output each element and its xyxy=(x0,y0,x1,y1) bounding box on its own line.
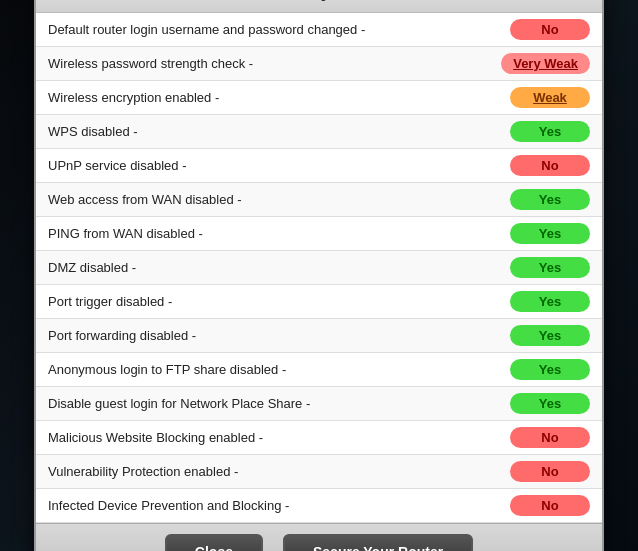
row-label: Default router login username and passwo… xyxy=(48,22,365,37)
row-label: Infected Device Prevention and Blocking … xyxy=(48,498,289,513)
status-badge: No xyxy=(510,461,590,482)
status-badge: Yes xyxy=(510,325,590,346)
row-label: Web access from WAN disabled - xyxy=(48,192,242,207)
table-row: Vulnerability Protection enabled -No xyxy=(36,455,602,489)
status-badge: Yes xyxy=(510,121,590,142)
status-badge: Yes xyxy=(510,291,590,312)
status-badge: Yes xyxy=(510,189,590,210)
row-label: Disable guest login for Network Place Sh… xyxy=(48,396,310,411)
table-row: PING from WAN disabled -Yes xyxy=(36,217,602,251)
modal-header: Router Security Assessment xyxy=(36,0,602,13)
table-row: DMZ disabled -Yes xyxy=(36,251,602,285)
table-row: Disable guest login for Network Place Sh… xyxy=(36,387,602,421)
table-row: Malicious Website Blocking enabled -No xyxy=(36,421,602,455)
status-badge: Weak xyxy=(510,87,590,108)
table-row: Port forwarding disabled -Yes xyxy=(36,319,602,353)
status-badge: Yes xyxy=(510,223,590,244)
table-row: Default router login username and passwo… xyxy=(36,13,602,47)
secure-router-button[interactable]: Secure Your Router xyxy=(283,534,473,551)
table-row: WPS disabled -Yes xyxy=(36,115,602,149)
table-row: Wireless encryption enabled -Weak xyxy=(36,81,602,115)
status-badge: Very Weak xyxy=(501,53,590,74)
row-label: Wireless encryption enabled - xyxy=(48,90,219,105)
status-badge: Yes xyxy=(510,359,590,380)
table-row: Port trigger disabled -Yes xyxy=(36,285,602,319)
status-badge: No xyxy=(510,427,590,448)
row-label: UPnP service disabled - xyxy=(48,158,187,173)
close-button[interactable]: Close xyxy=(165,534,263,551)
status-badge: No xyxy=(510,495,590,516)
table-row: Infected Device Prevention and Blocking … xyxy=(36,489,602,523)
row-label: Malicious Website Blocking enabled - xyxy=(48,430,263,445)
status-badge: No xyxy=(510,19,590,40)
modal-footer: Close Secure Your Router xyxy=(36,523,602,551)
table-row: Wireless password strength check -Very W… xyxy=(36,47,602,81)
row-label: WPS disabled - xyxy=(48,124,138,139)
modal-title: Router Security Assessment xyxy=(52,0,586,2)
status-badge: Yes xyxy=(510,393,590,414)
row-label: Vulnerability Protection enabled - xyxy=(48,464,238,479)
row-label: DMZ disabled - xyxy=(48,260,136,275)
row-label: Port trigger disabled - xyxy=(48,294,172,309)
row-label: PING from WAN disabled - xyxy=(48,226,203,241)
table-row: Anonymous login to FTP share disabled -Y… xyxy=(36,353,602,387)
row-label: Wireless password strength check - xyxy=(48,56,253,71)
status-badge: Yes xyxy=(510,257,590,278)
status-badge: No xyxy=(510,155,590,176)
router-security-modal: Router Security Assessment Default route… xyxy=(34,0,604,551)
table-row: UPnP service disabled -No xyxy=(36,149,602,183)
row-label: Port forwarding disabled - xyxy=(48,328,196,343)
assessment-table: Default router login username and passwo… xyxy=(36,13,602,523)
table-row: Web access from WAN disabled -Yes xyxy=(36,183,602,217)
row-label: Anonymous login to FTP share disabled - xyxy=(48,362,286,377)
